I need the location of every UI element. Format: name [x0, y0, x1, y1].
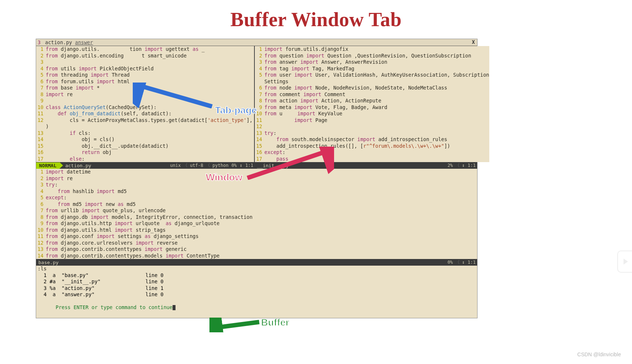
code-line: 8from django.db import models, Integrity… [36, 214, 477, 221]
code-line: 5except: [36, 195, 477, 201]
play-hint-icon[interactable] [617, 251, 632, 273]
code-line: 14 obj = cls() [36, 136, 254, 143]
buffer-list-item: 1 a "base.py" line 0 [38, 272, 476, 279]
tab-inactive[interactable]: answer [75, 39, 93, 45]
watermark: CSDN @ldinvicible [577, 351, 621, 357]
code-line: 1import datetime [36, 169, 477, 175]
code-line: 9from meta import Vote, Flag, Badge, Awa… [255, 104, 489, 111]
code-line: 12 cls = ActionProxyMetaClass.types.get(… [36, 117, 254, 124]
code-line: 8from action import Action, ActionRepute [255, 98, 489, 104]
code-line: 15 obj.__dict__.update(datadict) [36, 143, 254, 150]
code-line: 17 pass [255, 156, 489, 162]
code-line: 3from answer import Answer, AnswerRevisi… [255, 59, 489, 66]
code-line: 5from threading import Thread [36, 72, 254, 78]
code-line: 16except: [255, 149, 489, 156]
code-line: 2import re [36, 175, 477, 182]
code-line: 12 [255, 123, 489, 130]
code-line: 11from django.conf import settings as dj… [36, 233, 477, 240]
code-line: 10from u import KeyValue [255, 111, 489, 117]
arrow-green-icon [209, 318, 261, 332]
mode-arrow-icon [59, 162, 63, 169]
code-line: 5from user import User, ValidationHash, … [255, 72, 489, 78]
prompt-line: Press ENTER or type command to continue [38, 298, 476, 318]
code-line: 3try: [36, 182, 477, 188]
code-line: 3 [36, 59, 254, 66]
code-line: 1from django.utils. tion import ugettext… [36, 46, 254, 53]
right-pane[interactable]: 1import forum.utils.djangofix2from quest… [255, 46, 489, 162]
status-file-right: __init__.py [255, 163, 289, 168]
left-code[interactable]: 1from django.utils. tion import ugettext… [36, 46, 254, 162]
annotation-tab-page: Tab-page [215, 105, 257, 116]
annotation-buffer: Buffer [261, 317, 289, 328]
cursor-icon [173, 305, 176, 310]
status-bar-bottom: base.py 0%〈 ↕ 1:1 [36, 259, 477, 266]
bottom-pane[interactable]: 1import datetime2import re3try:4 from ha… [36, 169, 477, 259]
code-line: 13try: [255, 130, 489, 137]
code-line: 9 [36, 98, 254, 104]
code-line: 17 else: [36, 156, 254, 162]
bottom-code[interactable]: 1import datetime2import re3try:4 from ha… [36, 169, 477, 259]
ls-command: :ls [38, 266, 476, 272]
code-line: ) [36, 123, 254, 130]
code-line: 2from question import Question ,Question… [255, 53, 489, 59]
code-line: 9from django.utils.http import urlquote … [36, 220, 477, 227]
code-line: 13from django.contrib.contenttypes impor… [36, 246, 477, 253]
buffer-list: 1 a "base.py" line 0 2 #a "__init__.py" … [38, 272, 476, 298]
vim-editor: 3 action.py answer X 1from django.utils.… [36, 39, 478, 318]
code-line: 7from urllib import quote_plus, urlencod… [36, 207, 477, 214]
code-line: 4 from hashlib import md5 [36, 188, 477, 195]
command-area[interactable]: :ls 1 a "base.py" line 0 2 #a "__init__.… [36, 266, 477, 318]
buffer-list-item: 4 a "answer.py" line 0 [38, 291, 476, 298]
svg-line-5 [214, 322, 259, 328]
status-bar-split: NORMAL action.py unix〈 utf-8〈 python 0% … [36, 162, 477, 169]
code-line: 12from django.core.urlresolvers import r… [36, 240, 477, 246]
code-line: 8import re [36, 91, 254, 98]
code-line: 11 import Page [255, 117, 489, 124]
code-line: 1import forum.utils.djangofix [255, 46, 489, 53]
code-line: 10from django.utils.html import strip_ta… [36, 227, 477, 234]
annotation-window: Window [206, 172, 242, 183]
code-line: 13 if cls: [36, 130, 254, 137]
code-line: 7from base import * [36, 85, 254, 91]
close-icon[interactable]: X [472, 39, 475, 45]
code-line: 16 return obj [36, 149, 254, 156]
code-line: 4from tag import Tag, MarkedTag [255, 66, 489, 72]
split-panes: 1from django.utils. tion import ugettext… [36, 46, 477, 162]
buffer-list-item: 3 %a "action.py" line 1 [38, 285, 476, 292]
status-file-left: action.py [63, 163, 91, 168]
code-line: 2from django.utils.encoding t smart_unic… [36, 53, 254, 59]
code-line: 6from node import Node, NodeRevision, No… [255, 85, 489, 91]
code-line: 15 add_introspection_rules([], [r"^forum… [255, 143, 489, 150]
code-line: 4from utils import PickledObjectField [36, 66, 254, 72]
tab-active[interactable]: action.py [45, 39, 72, 45]
right-code[interactable]: 1import forum.utils.djangofix2from quest… [255, 46, 489, 162]
slide-title: Buffer Window Tab [0, 0, 632, 35]
code-line: 6from forum.utils import html [36, 78, 254, 85]
mode-badge: NORMAL [36, 162, 59, 169]
code-line: 14from django.contrib.contenttypes.model… [36, 253, 477, 259]
code-line: 14 from south.modelsinspector import add… [255, 136, 489, 143]
tab-bar[interactable]: 3 action.py answer X [36, 39, 477, 46]
left-pane[interactable]: 1from django.utils. tion import ugettext… [36, 46, 255, 162]
tab-count: 3 [38, 39, 41, 45]
code-line: 6 from md5 import new as md5 [36, 201, 477, 208]
code-line: 7from comment import Comment [255, 91, 489, 98]
buffer-list-item: 2 #a "__init__.py" line 0 [38, 279, 476, 285]
code-line: Settings [255, 78, 489, 85]
status-file-bottom: base.py [36, 260, 59, 265]
